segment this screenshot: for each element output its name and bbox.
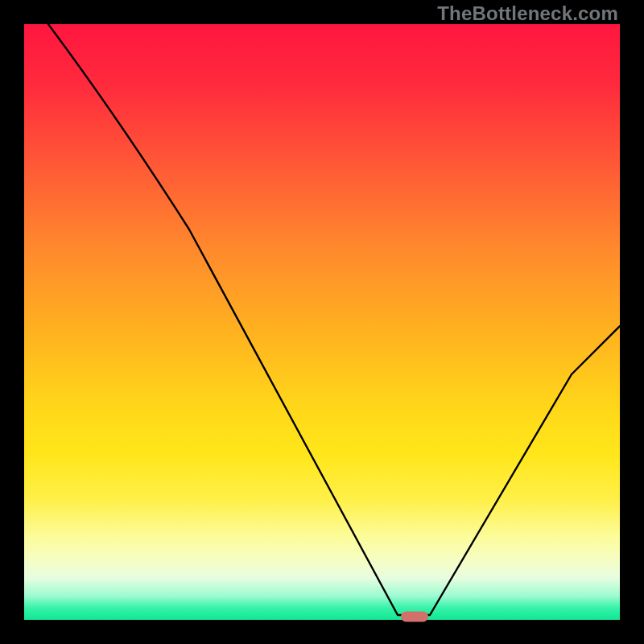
chart-frame: TheBottleneck.com: [0, 0, 644, 644]
plot-area: [24, 24, 620, 620]
bottleneck-curve: [24, 24, 620, 620]
optimal-marker: [401, 612, 428, 622]
attribution-text: TheBottleneck.com: [437, 2, 618, 25]
